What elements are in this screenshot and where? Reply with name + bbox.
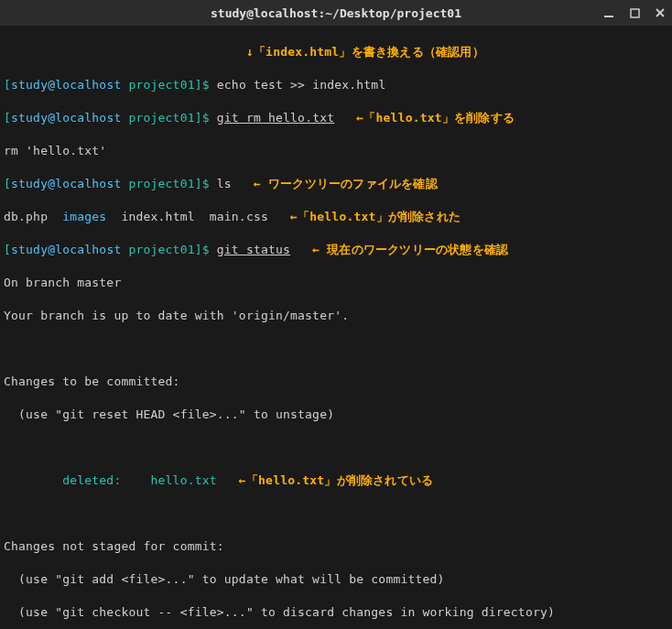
output: Changes not staged for commit:: [4, 539, 224, 553]
command: it status: [224, 243, 290, 256]
git-deleted: deleted: hello.txt: [4, 473, 217, 487]
annotation: ←「hello.txt」を削除する: [334, 111, 515, 125]
annotation: [4, 45, 246, 59]
output: rm 'hello.txt': [4, 144, 106, 157]
output: (use "git add <file>..." to update what …: [4, 572, 445, 586]
window-titlebar: study@localhost:~/Desktop/project01: [0, 0, 672, 26]
minimize-button[interactable]: [602, 6, 615, 19]
command: ls: [217, 177, 232, 190]
annotation: ←「hello.txt」が削除された: [290, 210, 461, 223]
annotation: ←「hello.txt」が削除されている: [217, 473, 433, 487]
command: it rm hello.txt: [224, 111, 334, 125]
svg-rect-1: [631, 9, 639, 17]
command: echo test >> index.html: [217, 78, 386, 92]
window-title: study@localhost:~/Desktop/project01: [211, 6, 461, 20]
terminal-content[interactable]: ↓「index.html」を書き換える（確認用） [study@localhos…: [0, 26, 672, 629]
window-controls: [602, 0, 667, 26]
svg-rect-0: [604, 16, 613, 17]
maximize-button[interactable]: [628, 6, 641, 19]
output: Your branch is up to date with 'origin/m…: [4, 309, 349, 322]
output: Changes to be committed:: [4, 374, 180, 388]
directory: images: [62, 210, 106, 223]
output: (use "git checkout -- <file>..." to disc…: [4, 605, 555, 619]
annotation: ← 現在のワークツリーの状態を確認: [290, 243, 508, 256]
output: On branch master: [4, 276, 121, 289]
annotation: ↓「index.html」を書き換える（確認用）: [246, 45, 484, 59]
close-button[interactable]: [654, 6, 667, 19]
annotation: ← ワークツリーのファイルを確認: [232, 177, 438, 190]
output: (use "git reset HEAD <file>..." to unsta…: [4, 407, 334, 421]
